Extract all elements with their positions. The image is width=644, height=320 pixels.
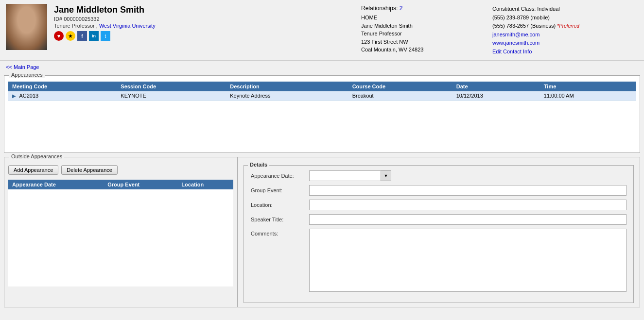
address-title: Tenure Professor	[361, 30, 492, 38]
appearances-table-body: ▶ AC2013 KEYNOTE Keynote Address Breakou…	[8, 91, 636, 101]
header-address: Relationships: 2 HOME Jane Middleton Smi…	[356, 4, 492, 54]
appearance-date-label: Appearance Date:	[251, 173, 309, 179]
col-meeting-code: Meeting Code	[8, 82, 117, 91]
business-phone-text: (555) 783-2657 (Business)	[492, 23, 556, 29]
cell-description: Keynote Address	[226, 91, 348, 101]
facebook-icon[interactable]: f	[77, 31, 87, 41]
address-name: Jane Middleton Smith	[361, 22, 492, 30]
outside-right-panel: Details Appearance Date: ▼ Group Event:	[238, 157, 640, 307]
delete-appearance-button[interactable]: Delete Appearance	[61, 165, 118, 175]
outside-table-header: Appearance Date Group Event Location	[8, 180, 233, 189]
appearances-content: Meeting Code Session Code Description Co…	[4, 76, 640, 104]
col-time: Time	[540, 82, 636, 91]
outside-table-body	[8, 189, 233, 286]
twitter-icon[interactable]: t	[101, 31, 110, 41]
appearances-section: Appearances Meeting Code Session Code De…	[4, 75, 640, 153]
constituent-title: Tenure Professor , West Virginia Univers…	[54, 23, 356, 29]
location-input[interactable]	[309, 200, 627, 210]
add-appearance-button[interactable]: Add Appearance	[8, 165, 58, 175]
university-link[interactable]: West Virginia University	[99, 23, 156, 29]
comments-label: Comments:	[251, 231, 309, 236]
comments-textarea[interactable]	[309, 229, 627, 292]
nav-bar: << Main Page	[0, 61, 644, 73]
col-date: Date	[453, 82, 540, 91]
preferred-badge: *Preferred	[557, 23, 579, 29]
outside-col-location: Location	[177, 180, 233, 189]
empty-row	[8, 189, 233, 286]
email-link[interactable]: janesmith@me.com	[492, 32, 540, 37]
main-page-link[interactable]: << Main Page	[6, 64, 39, 70]
cell-date: 10/12/2013	[453, 91, 540, 101]
relationships-label: Relationships:	[361, 5, 398, 12]
appearances-section-label: Appearances	[9, 72, 45, 78]
outside-appearances-section: Outside Appearances Add Appearance Delet…	[4, 157, 640, 307]
favorite-icon[interactable]: ♥	[54, 31, 64, 41]
group-event-label: Group Event:	[251, 187, 309, 193]
address-city: Coal Mountain, WV 24823	[361, 46, 492, 54]
col-description: Description	[226, 82, 348, 91]
relationships-link[interactable]: 2	[400, 5, 403, 12]
constituent-id: ID# 000000025332	[54, 16, 356, 22]
outside-col-date: Appearance Date	[8, 180, 104, 189]
address-type: HOME	[361, 14, 492, 22]
col-session-code: Session Code	[117, 82, 226, 91]
group-event-input[interactable]	[309, 185, 627, 196]
speaker-title-input[interactable]	[309, 214, 627, 225]
social-icons: ♥ ★ f in t	[54, 31, 356, 41]
appearances-table-header: Meeting Code Session Code Description Co…	[8, 82, 636, 91]
location-row: Location:	[251, 200, 627, 210]
constituent-name: Jane Middleton Smith	[54, 5, 356, 15]
address-street: 123 First Street NW	[361, 38, 492, 46]
phone-business: (555) 783-2657 (Business) *Preferred	[492, 22, 638, 31]
cell-time: 11:00:00 AM	[540, 91, 636, 101]
linkedin-icon[interactable]: in	[89, 31, 99, 41]
outside-col-group: Group Event	[104, 180, 177, 189]
outside-section-label: Outside Appearances	[9, 153, 64, 159]
outside-left-panel: Add Appearance Delete Appearance Appeara…	[4, 157, 238, 307]
address-block: HOME Jane Middleton Smith Tenure Profess…	[361, 14, 492, 54]
date-dropdown-button[interactable]: ▼	[381, 170, 391, 181]
header-info: Jane Middleton Smith ID# 000000025332 Te…	[54, 4, 356, 41]
button-row: Add Appearance Delete Appearance	[8, 165, 233, 175]
cell-meeting-code: ▶ AC2013	[8, 91, 117, 101]
cell-session-code: KEYNOTE	[117, 91, 226, 101]
appearance-date-row: Appearance Date: ▼	[251, 170, 627, 181]
title-text: Tenure Professor ,	[54, 23, 98, 29]
appearance-date-input[interactable]	[309, 170, 381, 181]
location-label: Location:	[251, 202, 309, 208]
details-box: Details Appearance Date: ▼ Group Event:	[244, 165, 634, 303]
outside-appearances-table: Appearance Date Group Event Location	[8, 180, 233, 286]
star-icon[interactable]: ★	[66, 31, 75, 41]
details-section-label: Details	[248, 162, 269, 168]
edit-contact-link[interactable]: Edit Contact Info	[492, 49, 532, 54]
speaker-title-row: Speaker Title:	[251, 214, 627, 225]
date-input-wrap: ▼	[309, 170, 387, 181]
row-arrow-icon: ▶	[12, 93, 16, 99]
group-event-row: Group Event:	[251, 185, 627, 196]
cell-course-code: Breakout	[348, 91, 453, 101]
website-link[interactable]: www.janesmith.com	[492, 40, 540, 46]
appearances-table: Meeting Code Session Code Description Co…	[8, 82, 636, 101]
constituent-class: Constituent Class: Individual	[492, 5, 638, 14]
phone-mobile: (555) 239-8789 (mobile)	[492, 14, 638, 22]
comments-row: Comments:	[251, 229, 627, 292]
avatar	[6, 4, 47, 50]
header: Jane Middleton Smith ID# 000000025332 Te…	[0, 0, 644, 61]
relationships-line: Relationships: 2	[361, 5, 492, 12]
speaker-title-label: Speaker Title:	[251, 217, 309, 222]
table-row[interactable]: ▶ AC2013 KEYNOTE Keynote Address Breakou…	[8, 91, 636, 101]
header-contact: Constituent Class: Individual (555) 239-…	[492, 4, 638, 56]
col-course-code: Course Code	[348, 82, 453, 91]
